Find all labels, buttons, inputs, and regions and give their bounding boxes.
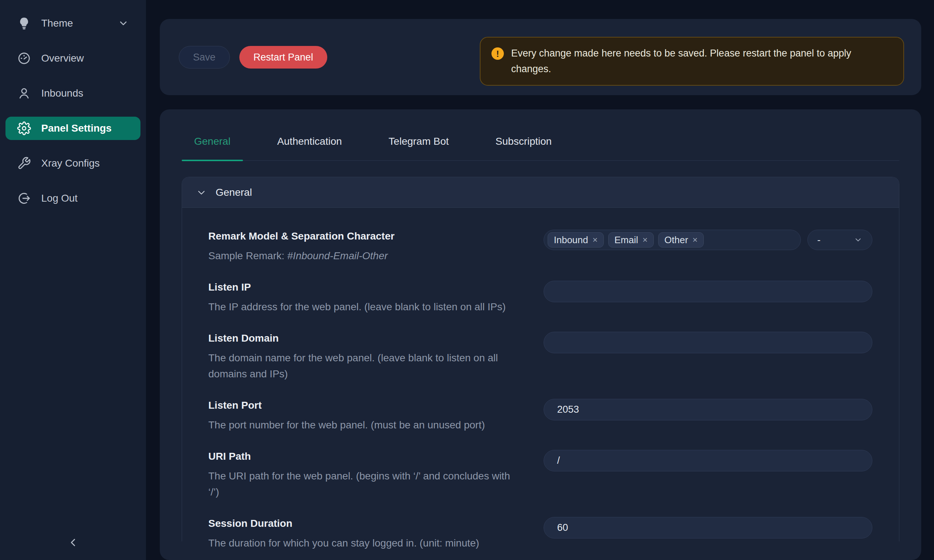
warning-alert-text: Every change made here needs to be saved…: [511, 46, 891, 77]
field-row-uri-path: URI Path The URI path for the web panel.…: [208, 450, 899, 500]
field-description: The URI path for the web panel. (begins …: [208, 468, 522, 500]
tab-general[interactable]: General: [182, 135, 243, 160]
wrench-icon: [17, 156, 31, 170]
session-duration-input[interactable]: 60: [544, 517, 872, 538]
sidebar-item-theme[interactable]: Theme: [5, 12, 140, 35]
sidebar-item-panel-settings[interactable]: Panel Settings: [5, 117, 140, 140]
sidebar-item-label: Overview: [41, 52, 129, 64]
field-label: Listen IP: [208, 281, 522, 294]
warning-icon: !: [492, 48, 504, 60]
field-label: Session Duration: [208, 517, 522, 530]
dashboard-icon: [17, 51, 31, 65]
field-label: URI Path: [208, 450, 522, 463]
save-button[interactable]: Save: [179, 46, 230, 69]
tab-telegram-bot[interactable]: Telegram Bot: [376, 135, 461, 160]
listen-ip-input[interactable]: [544, 281, 872, 302]
sidebar-item-inbounds[interactable]: Inbounds: [5, 82, 140, 105]
field-description: The domain name for the web panel. (leav…: [208, 350, 522, 382]
tab-subscription[interactable]: Subscription: [483, 135, 564, 160]
chevron-left-icon: [67, 536, 79, 549]
tag-inbound: Inbound ×: [548, 232, 604, 248]
field-description: The port number for the web panel. (must…: [208, 417, 522, 433]
field-label: Listen Port: [208, 399, 522, 412]
field-row-listen-ip: Listen IP The IP address for the web pan…: [208, 281, 899, 315]
settings-card: General Authentication Telegram Bot Subs…: [160, 109, 921, 560]
separator-value: -: [817, 234, 820, 246]
tab-authentication[interactable]: Authentication: [265, 135, 354, 160]
field-label: Remark Model & Separation Character: [208, 230, 522, 243]
sidebar-item-overview[interactable]: Overview: [5, 47, 140, 70]
sidebar-item-label: Log Out: [41, 192, 129, 204]
field-row-listen-port: Listen Port The port number for the web …: [208, 399, 899, 433]
gear-icon: [17, 122, 31, 135]
field-label: Listen Domain: [208, 332, 522, 345]
chevron-down-icon: [197, 188, 206, 197]
separator-select[interactable]: -: [808, 230, 872, 250]
sidebar-item-log-out[interactable]: Log Out: [5, 187, 140, 210]
general-collapse-header[interactable]: General: [182, 177, 899, 208]
user-icon: [17, 86, 31, 100]
general-collapse-panel: General Remark Model & Separation Charac…: [182, 177, 899, 542]
main-content: Save Restart Panel ! Every change made h…: [146, 0, 934, 560]
close-icon[interactable]: ×: [643, 235, 647, 244]
remark-model-multiselect[interactable]: Inbound × Email × Other ×: [544, 230, 801, 250]
tab-bar: General Authentication Telegram Bot Subs…: [182, 135, 899, 161]
close-icon[interactable]: ×: [592, 235, 598, 244]
field-description: The duration for which you can stay logg…: [208, 535, 522, 551]
sidebar-item-label: Theme: [41, 17, 108, 29]
toolbar-card: Save Restart Panel ! Every change made h…: [160, 19, 921, 95]
tag-other: Other ×: [658, 232, 704, 248]
sidebar: Theme Overview Inbounds Panel Settings: [0, 0, 146, 560]
field-description: Sample Remark: #Inbound-Email-Other: [208, 248, 522, 264]
sidebar-item-xray-configs[interactable]: Xray Configs: [5, 152, 140, 175]
general-panel-body: Remark Model & Separation Character Samp…: [182, 208, 899, 560]
chevron-down-icon: [118, 18, 129, 29]
tag-email: Email ×: [608, 232, 654, 248]
logout-icon: [17, 191, 31, 205]
panel-title: General: [216, 187, 252, 198]
uri-path-input[interactable]: /: [544, 450, 872, 471]
field-row-session-duration: Session Duration The duration for which …: [208, 517, 899, 551]
warning-alert: ! Every change made here needs to be sav…: [480, 37, 904, 86]
sidebar-item-label: Inbounds: [41, 88, 129, 99]
sample-remark-value: #Inbound-Email-Other: [287, 250, 387, 262]
listen-port-input[interactable]: 2053: [544, 399, 872, 420]
field-row-remark: Remark Model & Separation Character Samp…: [208, 230, 899, 264]
field-row-listen-domain: Listen Domain The domain name for the we…: [208, 332, 899, 382]
close-icon[interactable]: ×: [692, 235, 698, 244]
sidebar-item-label: Xray Configs: [41, 157, 129, 169]
sidebar-item-label: Panel Settings: [41, 123, 129, 134]
toolbar-buttons: Save Restart Panel: [179, 46, 327, 69]
listen-domain-input[interactable]: [544, 332, 872, 353]
restart-panel-button[interactable]: Restart Panel: [239, 46, 328, 69]
chevron-down-icon: [854, 235, 863, 244]
field-description: The IP address for the web panel. (leave…: [208, 299, 522, 315]
sidebar-collapse-button[interactable]: [62, 532, 84, 554]
bulb-icon: [17, 16, 31, 30]
